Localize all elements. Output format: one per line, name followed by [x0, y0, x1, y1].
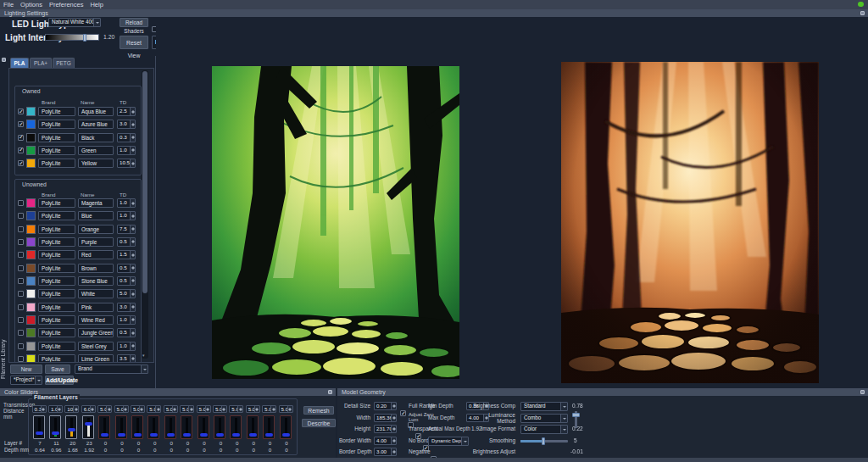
layer-slider-handle[interactable]: [134, 433, 142, 437]
filament-name-field[interactable]: Pink: [78, 303, 114, 312]
filament-td-spinner[interactable]: 1.0: [117, 146, 136, 155]
spinner-arrows-icon[interactable]: [73, 406, 78, 412]
layer-height-slider[interactable]: [49, 415, 61, 439]
filament-brand-field[interactable]: PolyLite: [38, 198, 75, 208]
spinner-arrows-icon[interactable]: [391, 403, 396, 409]
filament-color-swatch[interactable]: [26, 211, 36, 220]
filament-name-field[interactable]: Red: [78, 250, 114, 259]
filament-color-swatch[interactable]: [26, 303, 36, 312]
filament-name-field[interactable]: Yellow: [78, 159, 114, 168]
filament-name-field[interactable]: Jungle Green: [78, 328, 114, 337]
filament-name-field[interactable]: Steel Grey: [78, 342, 114, 351]
menu-preferences[interactable]: Preferences: [46, 0, 86, 9]
layer-height-slider[interactable]: [131, 415, 143, 439]
spinner-arrows-icon[interactable]: [130, 316, 135, 324]
filament-td-spinner[interactable]: 2.5: [117, 107, 136, 116]
smoothing-slider-handle[interactable]: [542, 437, 545, 445]
filament-brand-field[interactable]: PolyLite: [38, 146, 75, 155]
layer-height-slider[interactable]: [214, 415, 225, 439]
td-spinner[interactable]: 0.3: [32, 405, 47, 413]
menu-file[interactable]: File: [0, 0, 17, 9]
filament-brand-field[interactable]: PolyLite: [38, 354, 75, 363]
filament-color-swatch[interactable]: [26, 146, 36, 155]
td-spinner[interactable]: 5.0: [262, 405, 276, 413]
filament-color-swatch[interactable]: [26, 315, 36, 325]
layer-slider-handle[interactable]: [85, 422, 92, 426]
spinner-arrows-icon[interactable]: [391, 426, 396, 432]
filament-name-field[interactable]: Orange: [78, 225, 114, 234]
spinner-arrows-icon[interactable]: [155, 406, 160, 412]
filament-td-spinner[interactable]: 0.3: [117, 133, 136, 142]
spinner-arrows-icon[interactable]: [205, 406, 210, 412]
spinner-arrows-icon[interactable]: [221, 406, 226, 412]
filament-name-field[interactable]: Lime Green: [78, 354, 114, 363]
layer-slider-handle[interactable]: [36, 431, 43, 435]
tab-pla[interactable]: PLA: [10, 58, 29, 68]
filament-color-swatch[interactable]: [26, 107, 36, 116]
filament-brand-field[interactable]: PolyLite: [38, 264, 75, 273]
filament-name-field[interactable]: Black: [78, 133, 114, 142]
spinner-arrows-icon[interactable]: [130, 199, 135, 207]
layer-height-slider[interactable]: [115, 415, 127, 439]
td-spinner[interactable]: 1.0: [48, 405, 63, 413]
describe-button[interactable]: Describe: [302, 419, 336, 427]
spinner-arrows-icon[interactable]: [130, 225, 135, 233]
filament-list-scrollbar[interactable]: ▾: [142, 70, 148, 359]
filament-td-spinner[interactable]: 3.0: [117, 120, 136, 129]
filament-brand-field[interactable]: PolyLite: [38, 107, 75, 116]
td-spinner[interactable]: 6.0: [81, 405, 96, 413]
scrollbar-thumb[interactable]: [142, 71, 147, 293]
td-spinner[interactable]: 5.0: [97, 405, 112, 413]
filament-brand-field[interactable]: PolyLite: [38, 342, 75, 351]
spinner-arrows-icon[interactable]: [391, 448, 396, 455]
brand-filter-dropdown[interactable]: Brand: [75, 365, 148, 374]
td-spinner[interactable]: 5.0: [279, 405, 293, 413]
spinner-arrows-icon[interactable]: [130, 290, 135, 298]
scrollbar-down-arrow-icon[interactable]: ▾: [142, 353, 145, 358]
border-width-spinner[interactable]: 4.00: [374, 437, 397, 445]
filament-library-dock-title[interactable]: Filament Library: [0, 331, 8, 388]
reset-view-button[interactable]: Reset View: [120, 36, 148, 49]
filament-color-swatch[interactable]: [26, 276, 36, 286]
filament-color-swatch[interactable]: [26, 342, 36, 351]
filament-color-swatch[interactable]: [26, 237, 36, 247]
filament-brand-field[interactable]: PolyLite: [38, 315, 75, 325]
filament-owned-checkbox[interactable]: [18, 278, 24, 284]
light-intensity-slider[interactable]: [45, 34, 99, 41]
filament-name-field[interactable]: Magenta: [78, 198, 114, 208]
led-light-type-dropdown[interactable]: Natural White 4000K: [48, 18, 101, 27]
spinner-arrows-icon[interactable]: [106, 406, 111, 412]
brightness-comp-dropdown[interactable]: Standard: [520, 402, 568, 411]
td-spinner[interactable]: 10.5: [64, 405, 79, 413]
td-spinner[interactable]: 5.0: [164, 405, 178, 413]
td-spinner[interactable]: 5.0: [131, 405, 145, 413]
td-spinner[interactable]: 5.0: [180, 405, 194, 413]
spinner-arrows-icon[interactable]: [130, 277, 135, 285]
menu-help[interactable]: Help: [86, 0, 106, 9]
filament-owned-checkbox[interactable]: [18, 356, 24, 362]
layer-slider-handle[interactable]: [282, 433, 290, 437]
smoothing-slider[interactable]: [520, 440, 568, 443]
layer-slider-handle[interactable]: [183, 433, 191, 437]
layer-height-slider[interactable]: [164, 415, 176, 439]
filament-name-field[interactable]: Green: [78, 146, 114, 155]
spinner-arrows-icon[interactable]: [188, 406, 193, 412]
filament-brand-field[interactable]: PolyLite: [38, 159, 75, 168]
spinner-arrows-icon[interactable]: [57, 406, 62, 412]
filament-owned-checkbox[interactable]: [18, 252, 24, 258]
tab-pla+[interactable]: PLA+: [30, 58, 52, 68]
spinner-arrows-icon[interactable]: [287, 406, 292, 412]
filament-color-swatch[interactable]: [26, 198, 36, 208]
spinner-arrows-icon[interactable]: [130, 355, 135, 363]
filament-td-spinner[interactable]: 5.0: [117, 289, 136, 298]
filament-owned-checkbox[interactable]: [18, 304, 24, 310]
height-spinner[interactable]: 231.70: [374, 425, 397, 433]
filament-brand-field[interactable]: PolyLite: [38, 120, 75, 129]
spinner-arrows-icon[interactable]: [237, 406, 242, 412]
project-dropdown[interactable]: *Project*: [10, 376, 42, 385]
filament-owned-checkbox[interactable]: [18, 343, 24, 349]
border-depth-spinner[interactable]: 3.00: [374, 448, 397, 456]
filament-owned-checkbox[interactable]: [18, 135, 24, 141]
layer-slider-handle[interactable]: [265, 433, 273, 437]
spinner-arrows-icon[interactable]: [130, 238, 135, 246]
